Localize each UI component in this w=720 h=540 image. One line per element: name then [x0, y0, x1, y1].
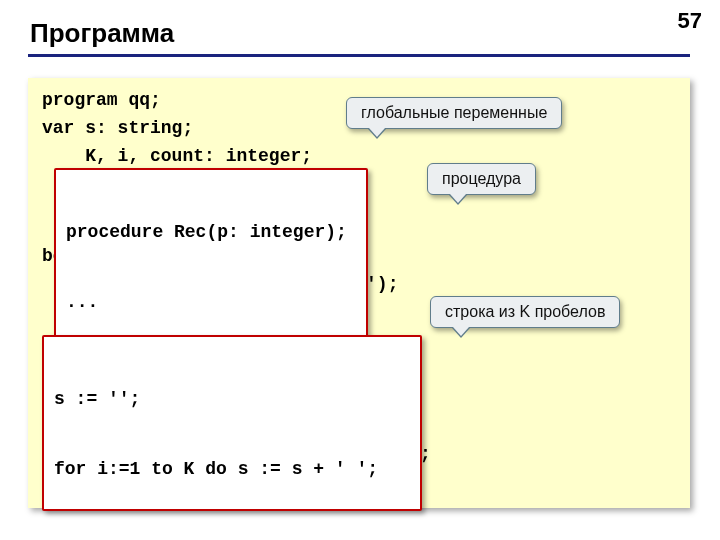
overlay-line: procedure Rec(p: integer);	[66, 221, 356, 244]
callout-spaces: строка из K пробелов	[430, 296, 620, 328]
callout-globals: глобальные переменные	[346, 97, 562, 129]
page-title: Программа	[30, 18, 174, 49]
title-divider	[28, 54, 690, 57]
overlay-line: for i:=1 to K do s := s + ' ';	[54, 458, 410, 481]
overlay-line: ...	[66, 291, 356, 314]
page-number: 57	[678, 8, 702, 34]
callout-procedure: процедура	[427, 163, 536, 195]
overlay-spaces-code: s := ''; for i:=1 to K do s := s + ' ';	[42, 335, 422, 511]
code-line: program qq;	[42, 90, 161, 110]
code-line: K, i, count: integer;	[42, 146, 312, 166]
code-line: var s: string;	[42, 118, 193, 138]
overlay-line: s := '';	[54, 388, 410, 411]
